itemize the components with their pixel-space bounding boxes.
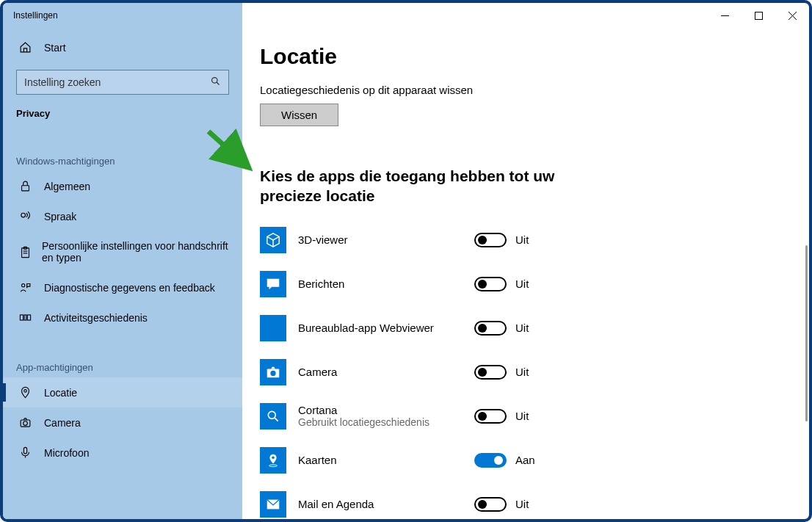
nav-label: Diagnostische gegevens en feedback <box>44 282 215 294</box>
app-icon-camera <box>260 359 286 385</box>
location-icon <box>19 386 34 399</box>
lock-icon <box>19 180 34 192</box>
window-title: Instellingen <box>13 10 58 21</box>
nav-label: Microfoon <box>44 447 89 459</box>
app-name: Mail en Agenda <box>298 498 474 510</box>
toggle-cortana[interactable] <box>474 409 507 424</box>
search-box[interactable] <box>16 70 229 95</box>
nav-label: Activiteitsgeschiedenis <box>44 312 148 324</box>
history-label: Locatiegeschiedenis op dit apparaat wiss… <box>260 84 780 96</box>
nav-location[interactable]: Locatie <box>3 377 242 407</box>
section-app-permissions: App-machtigingen <box>16 362 229 373</box>
app-icon-mail <box>260 491 286 518</box>
app-name: Camera <box>298 366 474 378</box>
app-sublabel: Gebruikt locatiegeschiedenis <box>298 416 474 428</box>
home-button[interactable]: Start <box>3 35 242 59</box>
nav-label: Camera <box>44 417 81 429</box>
app-row-messaging: Berichten Uit <box>260 262 780 306</box>
sidebar: Start Privacy Windows-machtigingen Algem… <box>3 3 242 519</box>
section-windows-permissions: Windows-machtigingen <box>16 156 229 167</box>
nav-label: Spraak <box>44 211 76 222</box>
toggle-3d-viewer[interactable] <box>474 233 507 247</box>
svg-rect-14 <box>24 315 26 320</box>
toggle-state: Uit <box>515 498 529 510</box>
main-content: Locatie Locatiegeschiedenis op dit appar… <box>242 3 809 519</box>
nav-general[interactable]: Algemeen <box>3 171 242 201</box>
toggle-state: Uit <box>515 233 529 246</box>
app-row-maps: Kaarten Aan <box>260 438 780 482</box>
svg-rect-1 <box>755 12 762 19</box>
app-row-desktop-webviewer: Bureaublad-app Webviewer Uit <box>260 306 780 350</box>
nav-activity[interactable]: Activiteitsgeschiedenis <box>3 302 242 333</box>
app-row-camera: Camera Uit <box>260 350 780 394</box>
svg-point-16 <box>24 390 27 393</box>
toggle-state: Uit <box>515 278 529 290</box>
nav-diagnostics[interactable]: Diagnostische gegevens en feedback <box>3 272 242 302</box>
app-row-mail: Mail en Agenda Uit <box>260 482 780 519</box>
svg-rect-19 <box>23 447 26 454</box>
feedback-icon <box>19 281 34 294</box>
close-button[interactable] <box>775 3 809 28</box>
title-bar: Instellingen <box>3 3 809 28</box>
svg-point-4 <box>212 78 218 84</box>
toggle-messaging[interactable] <box>474 277 507 291</box>
toggle-state: Uit <box>515 410 529 422</box>
app-icon-maps <box>260 447 286 474</box>
app-name: Cortana <box>298 404 474 416</box>
mic-icon <box>19 446 34 459</box>
window-controls <box>708 3 809 28</box>
app-icon-blank <box>260 315 286 341</box>
app-list: 3D-viewer Uit Berichten Uit <box>260 218 780 519</box>
toggle-webviewer[interactable] <box>474 321 507 336</box>
app-icon-message <box>260 271 286 297</box>
nav-speech[interactable]: Spraak <box>3 201 242 231</box>
app-name: 3D-viewer <box>298 233 474 246</box>
scrollbar[interactable] <box>805 245 808 421</box>
settings-window: Instellingen Start Privacy <box>0 0 812 522</box>
maximize-button[interactable] <box>742 3 775 28</box>
svg-line-5 <box>217 82 219 84</box>
svg-point-26 <box>269 465 278 467</box>
svg-rect-6 <box>22 186 29 191</box>
nav-inking[interactable]: Persoonlijke instellingen voor handschri… <box>3 231 242 272</box>
apps-section-heading: Kies de apps die toegang hebben tot uw p… <box>260 166 598 206</box>
clear-button-label: Wissen <box>281 109 317 121</box>
home-label: Start <box>44 42 66 54</box>
app-icon-search <box>260 403 286 429</box>
svg-point-18 <box>23 421 28 426</box>
activity-icon <box>19 311 34 324</box>
svg-rect-13 <box>20 315 23 320</box>
svg-point-12 <box>22 284 25 287</box>
search-input[interactable] <box>24 76 210 88</box>
app-name: Bureaublad-app Webviewer <box>298 322 474 334</box>
toggle-state: Aan <box>515 454 535 466</box>
toggle-mail[interactable] <box>474 497 507 512</box>
minimize-button[interactable] <box>708 3 742 28</box>
speech-icon <box>19 210 34 222</box>
svg-point-23 <box>268 411 275 418</box>
camera-icon <box>19 416 34 429</box>
category-label: Privacy <box>16 108 229 119</box>
svg-line-24 <box>275 418 278 421</box>
app-row-3d-viewer: 3D-viewer Uit <box>260 218 780 262</box>
svg-point-22 <box>270 370 275 375</box>
home-icon <box>19 41 34 54</box>
nav-microphone[interactable]: Microfoon <box>3 438 242 468</box>
toggle-maps[interactable] <box>474 453 507 468</box>
app-row-cortana: Cortana Gebruikt locatiegeschiedenis Uit <box>260 394 780 438</box>
nav-label: Persoonlijke instellingen voor handschri… <box>42 240 229 264</box>
nav-label: Algemeen <box>44 181 90 192</box>
toggle-state: Uit <box>515 322 529 334</box>
toggle-state: Uit <box>515 366 529 378</box>
nav-camera[interactable]: Camera <box>3 407 242 438</box>
clear-button[interactable]: Wissen <box>260 104 338 126</box>
page-title: Locatie <box>260 44 780 69</box>
clipboard-icon <box>19 246 32 258</box>
app-name: Berichten <box>298 278 474 290</box>
toggle-camera[interactable] <box>474 365 507 380</box>
app-name: Kaarten <box>298 454 474 466</box>
app-icon-cube <box>260 227 286 253</box>
svg-rect-15 <box>27 315 30 320</box>
svg-point-25 <box>272 456 275 459</box>
search-icon <box>210 76 221 89</box>
